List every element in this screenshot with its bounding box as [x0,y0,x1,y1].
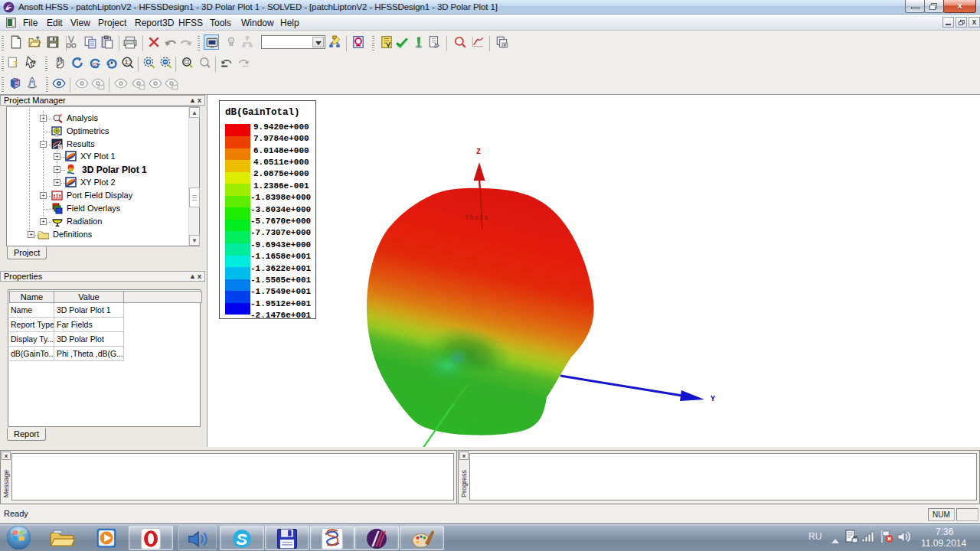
svg-text:?: ? [31,58,36,69]
svg-text:Theta: Theta [465,214,489,222]
svg-text:?: ? [13,59,18,70]
svg-text:Z: Z [476,148,481,156]
svg-text:1:: 1: [125,58,131,66]
svg-text:Y: Y [710,395,715,403]
